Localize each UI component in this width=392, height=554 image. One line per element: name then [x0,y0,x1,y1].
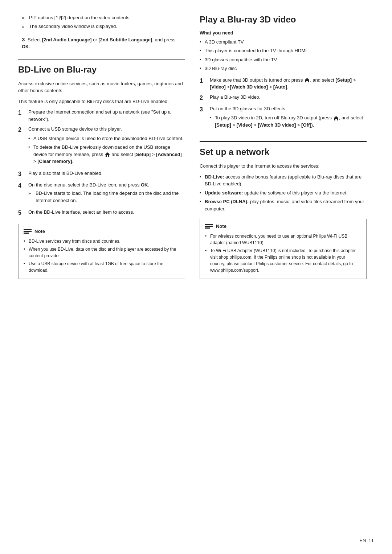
note-item-2: When you use BD-Live, data on the disc a… [24,246,180,259]
network-note-header: Note [205,223,361,230]
network-item-1-text: access online bonus features (applicable… [205,174,362,187]
bd-live-note-box: Note BD-Live services vary from discs an… [18,224,185,279]
3d-step-content-3: Put on the 3D glasses for 3D effects. To… [210,105,367,131]
svg-marker-5 [334,116,339,120]
pip-list: PIP options [1]/[2] depend on the video … [18,15,185,30]
3d-step-1: 1 Make sure that 3D output is turned on:… [200,77,367,91]
need-item-1: A 3D compliant TV [200,38,367,46]
bd-live-title: BD-Live on Blu-ray [18,65,185,75]
what-you-need: What you need A 3D compliant TV This pla… [200,30,367,72]
svg-rect-7 [205,226,213,227]
bd-live-desc1: Access exclusive online services, such a… [18,80,185,94]
intro-section: PIP options [1]/[2] depend on the video … [18,15,185,50]
3d-step3-bullet-1: To play 3D video in 2D, turn off Blu-ray… [210,114,367,128]
footer-page-num: 11 [369,538,374,543]
network-item-1-label: BD-Live: [205,174,224,180]
step3-number: 3 [22,36,25,42]
footer-lang: EN [359,538,366,543]
step-content-1: Prepare the Internet connection and set … [28,108,185,123]
blu-ray-3d-title: Play a Blu-ray 3D video [200,15,367,25]
step-content-2: Connect a USB storage device to this pla… [28,126,185,167]
step-num-5: 5 [18,209,26,217]
what-you-need-heading: What you need [200,30,367,36]
bd-live-step-5: 5 On the BD-Live interface, select an it… [18,209,185,217]
3d-step-content-1: Make sure that 3D output is turned on: p… [210,77,367,91]
network-description: Connect this player to the Internet to a… [200,163,367,170]
network-note-list: For wireless connection, you need to use… [205,233,361,274]
step-num-1: 1 [18,108,26,123]
step-content-3: Play a disc that is BD-Live enabled. [28,170,185,178]
bd-live-section: BD-Live on Blu-ray Access exclusive onli… [18,65,185,279]
network-item-3-label: Browse PC (DLNA): [205,199,249,204]
note-icon-network [205,223,213,230]
what-you-need-list: A 3D compliant TV This player is connect… [200,38,367,72]
bd-live-note-header: Note [24,228,180,235]
network-item-1: BD-Live: access online bonus features (a… [200,173,367,188]
step3-select: 3 Select [2nd Audio Language] or [2nd Su… [18,36,185,50]
bd-live-divider [18,59,185,59]
home-icon-3 [334,116,339,120]
need-item-4: 3D Blu-ray disc [200,65,367,72]
network-items-list: BD-Live: access online bonus features (a… [200,173,367,213]
svg-marker-4 [305,78,310,82]
step-content-5: On the BD-Live interface, select an item… [28,209,185,217]
3d-step-num-3: 3 [200,105,208,131]
bd-live-desc2: This feature is only applicable to Blu-r… [18,98,185,105]
network-note-item-2: Te Wi-Fi USB Adapter (WUB1110) is not in… [205,247,361,274]
bd-live-note-list: BD-Live services vary from discs and cou… [24,238,180,274]
network-divider [200,141,367,142]
note-item-3: Use a USB storage device with at least 1… [24,260,180,274]
network-note-item-1: For wireless connection, you need to use… [205,233,361,246]
3d-step-content-2: Play a Blu-ray 3D video. [210,94,367,102]
network-note-box: Note For wireless connection, you need t… [200,219,367,279]
svg-rect-6 [205,224,213,225]
note-label-bd-live: Note [34,228,45,235]
pip-item-2: The secondary video window is displayed. [22,23,185,30]
note-icon-bd-live [24,228,32,235]
3d-step3-bullets: To play 3D video in 2D, turn off Blu-ray… [210,114,367,128]
network-item-3: Browse PC (DLNA): play photos, music, an… [200,198,367,212]
step2-bullet-1: A USB storage device is used to store th… [28,135,185,142]
bd-live-step-1: 1 Prepare the Internet connection and se… [18,108,185,123]
3d-step-2: 2 Play a Blu-ray 3D video. [200,94,367,102]
need-item-3: 3D glasses compatible with the TV [200,56,367,63]
step-content-4: On the disc menu, select the BD-Live ico… [28,181,185,206]
svg-rect-1 [24,229,32,230]
note-label-network: Note [216,223,226,230]
blu-ray-steps: 1 Make sure that 3D output is turned on:… [200,77,367,131]
home-icon-1 [105,152,110,157]
step2-bullet-2: To delete the BD-Live previously downloa… [28,144,185,165]
bd-live-step-2: 2 Connect a USB storage device to this p… [18,126,185,167]
network-item-2: Update software: update the software of … [200,189,367,197]
network-section: Set up a network Connect this player to … [200,147,367,279]
step4-arrow-1: BD-Live starts to load. The loading time… [28,190,185,204]
network-item-2-text: update the software of this player via t… [244,190,348,196]
svg-marker-0 [105,152,110,157]
network-title: Set up a network [200,147,367,157]
svg-rect-2 [24,231,32,232]
3d-step-num-1: 1 [200,77,208,91]
step-num-2: 2 [18,126,26,167]
note-item-1: BD-Live services vary from discs and cou… [24,238,180,245]
3d-step-3: 3 Put on the 3D glasses for 3D effects. … [200,105,367,131]
blu-ray-3d-section: Play a Blu-ray 3D video What you need A … [200,15,367,130]
bd-live-steps: 1 Prepare the Internet connection and se… [18,108,185,217]
need-item-2: This player is connected to the TV throu… [200,47,367,54]
right-column: Play a Blu-ray 3D video What you need A … [200,15,367,279]
pip-item-1: PIP options [1]/[2] depend on the video … [22,15,185,21]
3d-step-num-2: 2 [200,94,208,102]
home-icon-2 [305,78,310,82]
network-item-2-label: Update software: [205,190,243,196]
svg-rect-3 [24,233,29,234]
page-footer: EN 11 [359,538,374,543]
step-num-3: 3 [18,170,26,178]
bd-live-step-4: 4 On the disc menu, select the BD-Live i… [18,181,185,206]
left-column: PIP options [1]/[2] depend on the video … [18,15,185,279]
step2-bullets: A USB storage device is used to store th… [28,135,185,165]
bd-live-step-3: 3 Play a disc that is BD-Live enabled. [18,170,185,178]
step4-arrows: BD-Live starts to load. The loading time… [28,190,185,204]
step-num-4: 4 [18,181,26,206]
svg-rect-8 [205,227,210,229]
